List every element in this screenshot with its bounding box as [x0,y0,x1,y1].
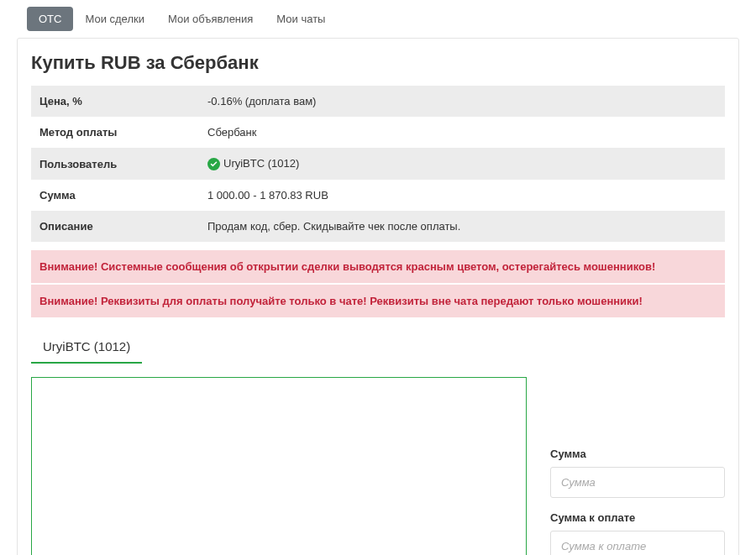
row-method: Метод оплаты Сбербанк [31,117,725,148]
info-table: Цена, % -0.16% (доплата вам) Метод оплат… [31,86,725,242]
sum-label: Сумма [31,180,199,211]
pay-amount-input[interactable] [550,531,725,555]
lower-section: Сумма Сумма к оплате [31,377,725,555]
amount-label: Сумма [550,448,725,460]
row-sum: Сумма 1 000.00 - 1 870.83 RUB [31,180,725,211]
tab-my-ads[interactable]: Мои объявления [156,7,265,31]
amount-input[interactable] [550,467,725,498]
chat-user-tab[interactable]: UryiBTC (1012) [31,332,142,364]
row-price: Цена, % -0.16% (доплата вам) [31,86,725,117]
alert-warning-1: Внимание! Системные сообщения об открыти… [31,250,725,283]
chat-column [31,377,527,555]
desc-label: Описание [31,211,199,242]
row-desc: Описание Продам код, сбер. Скидывайте че… [31,211,725,242]
user-value: UryiBTC (1012) [199,148,725,180]
page-title: Купить RUB за Сбербанк [31,52,725,74]
tab-my-chats[interactable]: Мои чаты [265,7,337,31]
verified-icon [207,158,220,170]
form-column: Сумма Сумма к оплате [550,377,725,555]
sum-value: 1 000.00 - 1 870.83 RUB [199,180,725,211]
method-value: Сбербанк [199,117,725,148]
price-label: Цена, % [31,86,199,117]
tab-otc[interactable]: OTC [27,7,73,31]
tab-my-trades[interactable]: Мои сделки [73,7,156,31]
top-tabs: OTC Мои сделки Мои объявления Мои чаты [17,0,739,31]
method-label: Метод оплаты [31,117,199,148]
main-card: Купить RUB за Сбербанк Цена, % -0.16% (д… [17,38,739,555]
chat-messages-area[interactable] [31,377,527,555]
user-label: Пользователь [31,148,199,180]
pay-amount-label: Сумма к оплате [550,511,725,524]
price-value: -0.16% (доплата вам) [199,86,725,117]
row-user: Пользователь UryiBTC (1012) [31,148,725,180]
alert-warning-2: Внимание! Реквизиты для оплаты получайте… [31,285,725,317]
user-name: UryiBTC (1012) [223,157,299,170]
desc-value: Продам код, сбер. Скидывайте чек после о… [199,211,725,242]
